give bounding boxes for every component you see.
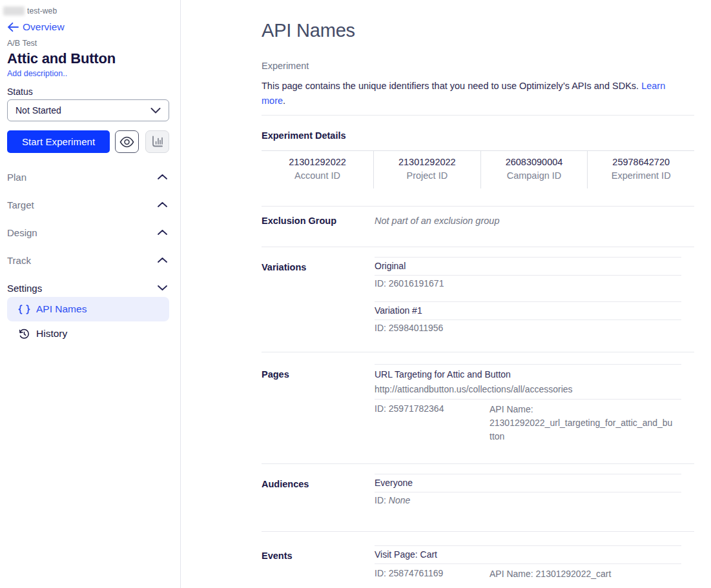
context-label: Experiment xyxy=(262,59,694,72)
chevron-down-icon xyxy=(150,108,161,114)
bar-chart-icon xyxy=(150,135,164,148)
project-name: test-web xyxy=(27,6,57,15)
api-names-page: API Names Experiment This page contains … xyxy=(181,0,711,588)
audience-item: Everyone ID: None xyxy=(375,474,681,506)
event-item: Visit Page: Cart ID: 25874761169 API Nam… xyxy=(375,545,681,581)
page-name: URL Targeting for Attic and Button xyxy=(375,369,681,380)
events-section: Events Visit Page: Cart ID: 25874761169 … xyxy=(262,531,694,581)
experiment-type-label: A/B Test xyxy=(7,39,169,48)
nav-section-track[interactable]: Track xyxy=(7,253,169,267)
section-label: Audiences xyxy=(262,474,375,506)
add-description-link[interactable]: Add description.. xyxy=(7,69,67,78)
preview-button[interactable] xyxy=(115,130,139,153)
audience-id: ID: None xyxy=(375,494,410,506)
sidebar-item-label: API Names xyxy=(36,303,87,315)
overview-label: Overview xyxy=(23,21,65,33)
page-title: API Names xyxy=(262,19,694,41)
pages-section: Pages URL Targeting for Attic and Button… xyxy=(262,352,694,463)
experiment-details-stats: 21301292022 Account ID 21301292022 Proje… xyxy=(262,150,694,188)
section-label: Events xyxy=(262,545,375,581)
page-id: ID: 25971782364 xyxy=(375,403,489,443)
sidebar-item-label: History xyxy=(36,328,67,340)
chevron-up-icon xyxy=(158,174,167,179)
start-experiment-button[interactable]: Start Experiment xyxy=(7,130,110,153)
chevron-down-icon xyxy=(158,285,167,290)
exclusion-group-section: Exclusion Group Not part of an exclusion… xyxy=(262,206,694,247)
experiment-actions: Start Experiment xyxy=(7,130,169,153)
project-row: test-web xyxy=(7,6,169,16)
sidebar-item-api-names[interactable]: API Names xyxy=(7,297,169,321)
section-label: Exclusion Group xyxy=(262,214,375,227)
stat-label: Account ID xyxy=(262,168,373,183)
arrow-left-icon xyxy=(7,22,19,32)
status-select[interactable]: Not Started xyxy=(7,99,169,121)
page-item: URL Targeting for Attic and Button http:… xyxy=(375,364,681,443)
chevron-up-icon xyxy=(158,230,167,235)
experiment-nav: Plan Target Design Track xyxy=(7,170,169,346)
experiment-details-heading: Experiment Details xyxy=(262,130,694,141)
audience-name: Everyone xyxy=(375,478,413,488)
page-api-name: API Name: 21301292022_url_targeting_for_… xyxy=(489,403,674,443)
sidebar-item-history[interactable]: History xyxy=(7,321,169,346)
braces-icon xyxy=(18,305,30,314)
variation-name: Original xyxy=(375,261,406,271)
section-label: Pages xyxy=(262,364,375,443)
audiences-section: Audiences Everyone ID: None xyxy=(262,463,694,531)
nav-section-design[interactable]: Design xyxy=(7,225,169,239)
status-label: Status xyxy=(7,87,169,97)
variation-name: Variation #1 xyxy=(375,305,422,316)
status-select-value: Not Started xyxy=(15,105,150,116)
nav-section-target[interactable]: Target xyxy=(7,198,169,212)
stat-value: 26083090004 xyxy=(481,156,588,168)
app-window: test-web Overview A/B Test Attic and But… xyxy=(0,0,711,588)
stat-label: Project ID xyxy=(374,168,480,183)
variation-id: ID: 26016191671 xyxy=(375,278,444,289)
variation-id: ID: 25984011956 xyxy=(375,322,443,334)
page-url: http://atticandbutton.us/collections/all… xyxy=(375,383,681,395)
stat-value: 21301292022 xyxy=(262,156,373,168)
variation-item: Variation #1 ID: 25984011956 xyxy=(375,301,681,334)
history-icon xyxy=(18,329,30,340)
stat-account-id: 21301292022 Account ID xyxy=(262,151,373,188)
experiment-name: Attic and Button xyxy=(7,50,169,67)
section-divider xyxy=(262,115,694,116)
event-api-name: API Name: 21301292022_cart xyxy=(489,567,674,581)
stat-campaign-id: 26083090004 Campaign ID xyxy=(480,151,588,188)
stat-value: 25978642720 xyxy=(588,156,694,168)
eye-icon xyxy=(119,136,134,148)
overview-back-link[interactable]: Overview xyxy=(7,20,65,34)
page-description: This page contains the unique identifier… xyxy=(262,79,676,108)
experiment-sidebar: test-web Overview A/B Test Attic and But… xyxy=(0,0,181,588)
nav-section-settings[interactable]: Settings xyxy=(7,281,169,295)
stat-label: Experiment ID xyxy=(588,168,694,183)
variations-section: Variations Original ID: 26016191671 Vari… xyxy=(262,247,694,352)
stat-value: 21301292022 xyxy=(374,156,480,168)
nav-section-plan[interactable]: Plan xyxy=(7,170,169,184)
stat-label: Campaign ID xyxy=(481,168,588,183)
event-id: ID: 25874761169 xyxy=(375,567,489,581)
chevron-up-icon xyxy=(158,258,167,263)
stat-experiment-id: 25978642720 Experiment ID xyxy=(587,151,694,188)
chevron-up-icon xyxy=(158,202,167,207)
exclusion-group-value: Not part of an exclusion group xyxy=(375,214,681,227)
event-name: Visit Page: Cart xyxy=(375,549,437,560)
project-avatar-blurred xyxy=(3,6,25,15)
stat-project-id: 21301292022 Project ID xyxy=(373,151,480,188)
section-label: Variations xyxy=(262,257,375,334)
results-button[interactable] xyxy=(145,130,169,153)
variation-item: Original ID: 26016191671 xyxy=(375,257,681,289)
